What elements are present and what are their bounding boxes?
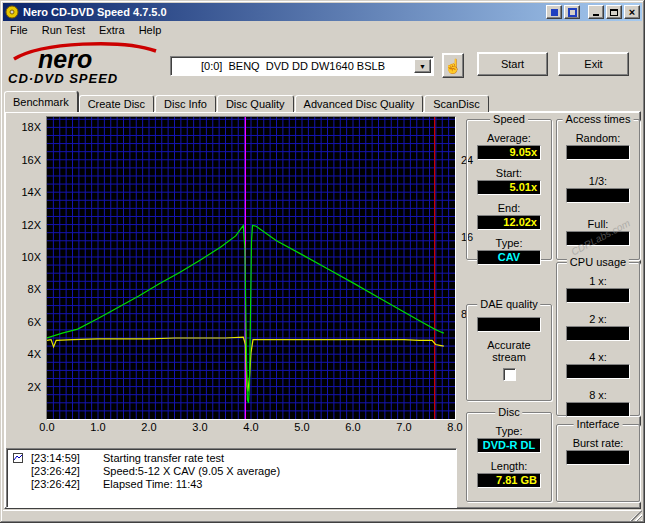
tab-benchmark[interactable]: Benchmark bbox=[4, 91, 78, 112]
log-timestamp: [23:26:42] bbox=[31, 465, 103, 478]
minimize-button[interactable] bbox=[588, 5, 604, 19]
speed-average-value: 9.05x bbox=[477, 145, 541, 160]
close-button[interactable]: × bbox=[624, 5, 640, 19]
y-tick-6x: 6X bbox=[4, 316, 41, 328]
log-line: [23:26:42]Speed:5-12 X CAV (9.05 X avera… bbox=[9, 465, 454, 478]
window-icon bbox=[568, 8, 577, 17]
tab-disc-info[interactable]: Disc Info bbox=[155, 95, 216, 112]
maximize-button[interactable] bbox=[606, 5, 622, 19]
dae-quality-panel-title: DAE quality bbox=[477, 298, 540, 310]
x-tick-5-0: 5.0 bbox=[289, 421, 315, 433]
titlebar-extra-button-1[interactable] bbox=[546, 5, 562, 19]
interface-burst-rate-value bbox=[566, 450, 630, 465]
cpu-4x-value bbox=[566, 364, 630, 379]
menu-file[interactable]: File bbox=[3, 22, 35, 38]
minimize-icon bbox=[593, 14, 599, 16]
disc-length-label: Length: bbox=[491, 460, 528, 472]
tab-disc-quality[interactable]: Disc Quality bbox=[217, 95, 294, 112]
log-timestamp: [23:26:42] bbox=[31, 478, 103, 491]
x-tick-1-0: 1.0 bbox=[85, 421, 111, 433]
access-one-third-label: 1/3: bbox=[589, 175, 607, 187]
access-random-value bbox=[566, 145, 630, 160]
log-message: Elapsed Time: 11:43 bbox=[103, 478, 202, 490]
transfer-test-icon bbox=[13, 453, 23, 463]
chart-canvas bbox=[47, 117, 455, 419]
interface-burst-rate-label: Burst rate: bbox=[573, 437, 624, 449]
x-tick-2-0: 2.0 bbox=[136, 421, 162, 433]
statusbar bbox=[3, 510, 642, 521]
cpu-4x-label: 4 x: bbox=[589, 351, 607, 363]
disc-type-label: Type: bbox=[496, 425, 523, 437]
logo-product: CD·DVD SPEED bbox=[8, 71, 118, 86]
y-tick-16x: 16X bbox=[4, 154, 41, 166]
speed-start-label: Start: bbox=[496, 167, 522, 179]
x-tick-6-0: 6.0 bbox=[340, 421, 366, 433]
y-tick-2x: 2X bbox=[4, 381, 41, 393]
x-tick-3-0: 3.0 bbox=[187, 421, 213, 433]
y-tick-18x: 18X bbox=[4, 121, 41, 133]
hand-tool-button[interactable]: ☝ bbox=[442, 53, 464, 78]
disc-length-value: 7.81 GB bbox=[477, 473, 541, 488]
speed-start-value: 5.01x bbox=[477, 180, 541, 195]
drive-select-value: [0:0] BENQ DVD DD DW1640 BSLB bbox=[173, 59, 413, 74]
speed-average-label: Average: bbox=[487, 132, 531, 144]
interface-panel-title: Interface bbox=[574, 418, 623, 430]
disc-type-value: DVD-R DL bbox=[477, 438, 541, 453]
log-message: Speed:5-12 X CAV (9.05 X average) bbox=[103, 465, 280, 477]
y-tick-10x: 10X bbox=[4, 251, 41, 263]
speed-panel-title: Speed bbox=[490, 113, 528, 125]
log-timestamp: [23:14:59] bbox=[31, 452, 103, 465]
cpu-1x-value bbox=[566, 288, 630, 303]
resize-grip[interactable] bbox=[629, 510, 642, 521]
access-full-label: Full: bbox=[588, 218, 609, 230]
speed-end-label: End: bbox=[498, 202, 521, 214]
accurate-stream-checkbox[interactable] bbox=[503, 368, 516, 381]
tab-scandisc[interactable]: ScanDisc bbox=[424, 95, 488, 112]
x-tick-8-0: 8.0 bbox=[442, 421, 468, 433]
y-tick-12x: 12X bbox=[4, 219, 41, 231]
interface-panel: Interface Burst rate: bbox=[556, 424, 640, 502]
cpu-1x-label: 1 x: bbox=[589, 275, 607, 287]
x-tick-4-0: 4.0 bbox=[238, 421, 264, 433]
disc-panel-title: Disc bbox=[495, 406, 522, 418]
menu-run-test[interactable]: Run Test bbox=[35, 22, 92, 38]
hand-icon: ☝ bbox=[444, 58, 461, 74]
accurate-stream-label: Accurate stream bbox=[482, 339, 536, 363]
window-title: Nero CD-DVD Speed 4.7.5.0 bbox=[23, 6, 167, 18]
blue-square-icon bbox=[550, 8, 559, 17]
dae-quality-value bbox=[477, 317, 541, 332]
y-tick-14x: 14X bbox=[4, 186, 41, 198]
access-random-label: Random: bbox=[576, 132, 621, 144]
drive-select[interactable]: [0:0] BENQ DVD DD DW1640 BSLB ▼ bbox=[170, 56, 434, 76]
titlebar-extra-button-2[interactable] bbox=[564, 5, 580, 19]
log-line: [23:14:59]Starting transfer rate test bbox=[9, 452, 454, 465]
menubar: FileRun TestExtraHelp bbox=[3, 21, 642, 39]
x-tick-0-0: 0.0 bbox=[34, 421, 60, 433]
dae-quality-panel: DAE quality Accurate stream bbox=[466, 304, 552, 401]
x-axis: 0.01.02.03.04.05.06.07.08.0 bbox=[47, 421, 455, 434]
titlebar[interactable]: Nero CD-DVD Speed 4.7.5.0 × bbox=[3, 3, 642, 21]
nero-logo: nero CD·DVD SPEED bbox=[4, 41, 164, 89]
y-axis-left: 18X16X14X12X10X8X6X4X2X bbox=[4, 117, 44, 419]
tab-advanced-disc-quality[interactable]: Advanced Disc Quality bbox=[295, 95, 424, 112]
speed-type-label: Type: bbox=[496, 237, 523, 249]
log-message: Starting transfer rate test bbox=[103, 452, 224, 464]
app-window: Nero CD-DVD Speed 4.7.5.0 × FileRun Test… bbox=[0, 0, 645, 523]
tabstrip: BenchmarkCreate DiscDisc InfoDisc Qualit… bbox=[4, 91, 490, 112]
exit-button[interactable]: Exit bbox=[558, 52, 629, 76]
start-button[interactable]: Start bbox=[477, 52, 548, 76]
x-tick-7-0: 7.0 bbox=[391, 421, 417, 433]
status-log[interactable]: [23:14:59]Starting transfer rate test[23… bbox=[6, 448, 457, 508]
access-times-panel-title: Access times bbox=[563, 113, 634, 125]
app-disc-icon bbox=[5, 5, 19, 19]
cpu-8x-value bbox=[566, 402, 630, 417]
cpu-usage-panel-title: CPU usage bbox=[567, 256, 629, 268]
dropdown-arrow-icon[interactable]: ▼ bbox=[414, 59, 431, 73]
access-one-third-value bbox=[566, 188, 630, 203]
cpu-2x-value bbox=[566, 326, 630, 341]
speed-end-value: 12.02x bbox=[477, 215, 541, 230]
menu-extra[interactable]: Extra bbox=[92, 22, 132, 38]
menu-help[interactable]: Help bbox=[132, 22, 169, 38]
speed-type-value: CAV bbox=[477, 250, 541, 265]
tab-create-disc[interactable]: Create Disc bbox=[79, 95, 154, 112]
